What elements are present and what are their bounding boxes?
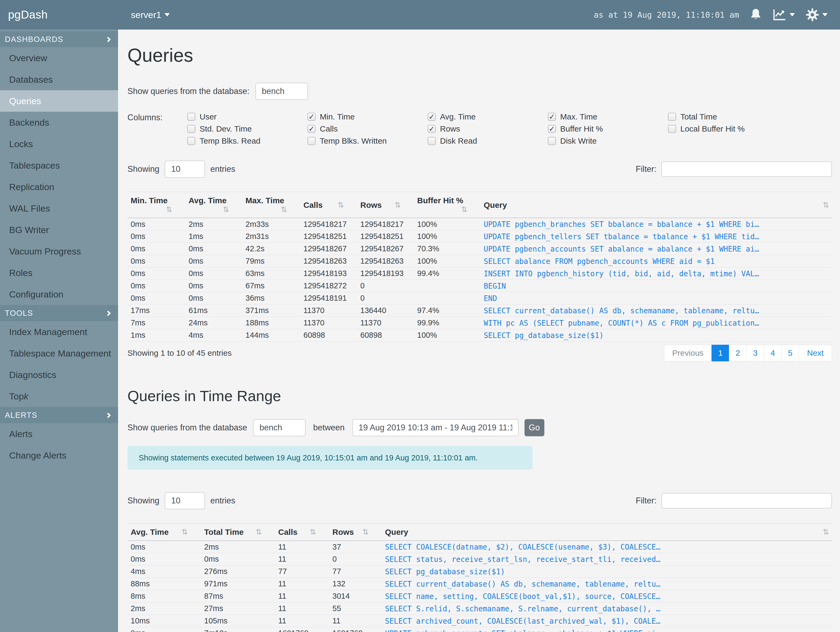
column-header-avg-time[interactable]: Avg. Time⇅ [128,524,201,541]
checkbox-box[interactable] [428,137,436,145]
checkbox-rows[interactable]: ✓Rows [428,125,548,133]
query-cell[interactable]: SELECT name, setting, COALESCE(boot_val,… [382,590,832,602]
checkbox-disk-write[interactable]: Disk Write [548,137,668,145]
page-3[interactable]: 3 [746,345,764,361]
sidebar-section-tools[interactable]: TOOLS [0,305,118,321]
checkbox-min-time[interactable]: ✓Min. Time [308,113,428,121]
checkbox-box[interactable] [308,137,316,145]
query-cell[interactable]: SELECT current_database() AS db, scheman… [480,304,832,317]
query-cell[interactable]: UPDATE pgbench_accounts SET abalance = a… [382,627,832,632]
sidebar-item-index-management[interactable]: Index Management [0,321,118,342]
date-range-input[interactable] [352,419,519,436]
filter-input[interactable] [661,162,832,177]
query-cell[interactable]: SELECT pg_database_size($1) [382,565,832,578]
sidebar-item-diagnostics[interactable]: Diagnostics [0,364,118,385]
checkbox-local-buffer-hit[interactable]: Local Buffer Hit % [668,125,832,133]
checkbox-box[interactable] [548,137,556,145]
checkbox-temp-blks-written[interactable]: Temp Blks. Written [308,137,428,145]
sidebar-item-replication[interactable]: Replication [0,176,118,198]
query-cell[interactable]: UPDATE pgbench_branches SET bbalance = b… [480,218,832,230]
checkbox-box[interactable]: ✓ [308,125,316,133]
sort-icon[interactable]: ⇅ [461,205,467,214]
sort-icon[interactable]: ⇅ [338,201,343,209]
checkbox-box[interactable]: ✓ [428,113,436,121]
sidebar-item-vacuum-progress[interactable]: Vacuum Progress [0,241,118,262]
column-header-buffer-hit[interactable]: Buffer Hit %⇅ [414,192,480,218]
sort-icon[interactable]: ⇅ [166,205,171,214]
checkbox-avg-time[interactable]: ✓Avg. Time [428,113,548,121]
server-selector[interactable]: server1 [131,10,170,20]
checkbox-disk-read[interactable]: Disk Read [428,137,548,145]
sidebar-item-top-k[interactable]: Top k [0,385,118,407]
checkbox-calls[interactable]: ✓Calls [308,125,428,133]
sort-icon[interactable]: ⇅ [310,527,315,537]
app-logo[interactable]: pgDash [8,8,48,21]
column-header-rows[interactable]: Rows⇅ [329,524,382,541]
column-header-min-time[interactable]: Min. Time⇅ [128,192,185,218]
column-header-rows[interactable]: Rows⇅ [357,192,414,218]
sidebar-item-overview[interactable]: Overview [0,47,118,69]
sort-icon[interactable]: ⇅ [256,527,261,537]
sort-icon[interactable]: ⇅ [362,527,368,537]
settings-menu[interactable] [806,8,828,22]
checkbox-total-time[interactable]: Total Time [668,113,832,121]
column-header-query[interactable]: Query⇅ [480,192,832,218]
sidebar-item-wal-files[interactable]: WAL Files [0,198,118,219]
column-header-query[interactable]: Query⇅ [382,524,832,541]
checkbox-user[interactable]: User [187,113,308,121]
checkbox-box[interactable] [187,113,195,121]
checkbox-box[interactable]: ✓ [428,125,436,133]
sort-icon[interactable]: ⇅ [281,205,286,214]
query-cell[interactable]: BEGIN [480,280,832,292]
query-cell[interactable]: UPDATE pgbench_tellers SET tbalance = tb… [480,230,832,243]
checkbox-box[interactable] [668,125,676,133]
column-header-avg-time[interactable]: Avg. Time⇅ [185,192,242,218]
sidebar-item-change-alerts[interactable]: Change Alerts [0,445,118,466]
filter-input-2[interactable] [661,493,832,508]
query-cell[interactable]: SELECT COALESCE(datname, $2), COALESCE(u… [382,541,832,553]
page-2[interactable]: 2 [729,345,747,361]
database-input[interactable] [256,83,308,100]
column-header-total-time[interactable]: Total Time⇅ [201,524,275,541]
query-cell[interactable]: SELECT current_database() AS db, scheman… [382,578,832,590]
column-header-calls[interactable]: Calls⇅ [275,524,329,541]
sidebar-item-tablespace-management[interactable]: Tablespace Management [0,342,118,364]
query-cell[interactable]: UPDATE pgbench_accounts SET abalance = a… [480,243,832,255]
checkbox-box[interactable] [187,125,195,133]
checkbox-box[interactable]: ✓ [548,113,556,121]
sort-icon[interactable]: ⇅ [223,205,228,214]
query-cell[interactable]: WITH pc AS (SELECT pubname, COUNT(*) AS … [480,317,832,329]
checkbox-buffer-hit[interactable]: ✓Buffer Hit % [548,125,668,133]
sidebar-section-dashboards[interactable]: DASHBOARDS [0,31,118,47]
checkbox-box[interactable] [187,137,195,145]
sort-icon[interactable]: ⇅ [823,201,828,209]
sidebar-item-locks[interactable]: Locks [0,133,118,155]
checkbox-max-time[interactable]: ✓Max. Time [548,113,668,121]
checkbox-temp-blks-read[interactable]: Temp Blks. Read [187,137,308,145]
bell-icon[interactable] [750,8,762,21]
sidebar-item-backends[interactable]: Backends [0,112,118,133]
page-size-input-2[interactable] [165,492,205,509]
column-header-calls[interactable]: Calls⇅ [300,192,357,218]
sidebar-item-configuration[interactable]: Configuration [0,284,118,305]
sidebar-item-bg-writer[interactable]: BG Writer [0,219,118,241]
page-next[interactable]: Next [799,345,832,361]
database-input-2[interactable] [253,419,306,436]
charts-menu[interactable] [772,8,795,21]
page-4[interactable]: 4 [764,345,782,361]
sort-icon[interactable]: ⇅ [823,527,828,537]
checkbox-box[interactable]: ✓ [308,113,316,121]
sidebar-section-alerts[interactable]: ALERTS [0,407,118,423]
page-1[interactable]: 1 [712,345,729,361]
query-cell[interactable]: SELECT abalance FROM pgbench_accounts WH… [480,255,832,268]
sidebar-item-roles[interactable]: Roles [0,262,118,284]
checkbox-box[interactable] [668,113,676,121]
sidebar-item-tablespaces[interactable]: Tablespaces [0,155,118,176]
sidebar-item-queries[interactable]: Queries [0,90,118,112]
sort-icon[interactable]: ⇅ [395,201,400,209]
sort-icon[interactable]: ⇅ [182,527,187,537]
sidebar-item-alerts[interactable]: Alerts [0,423,118,445]
go-button[interactable]: Go [524,419,544,436]
page-size-input[interactable] [165,160,205,178]
column-header-max-time[interactable]: Max. Time⇅ [242,192,300,218]
